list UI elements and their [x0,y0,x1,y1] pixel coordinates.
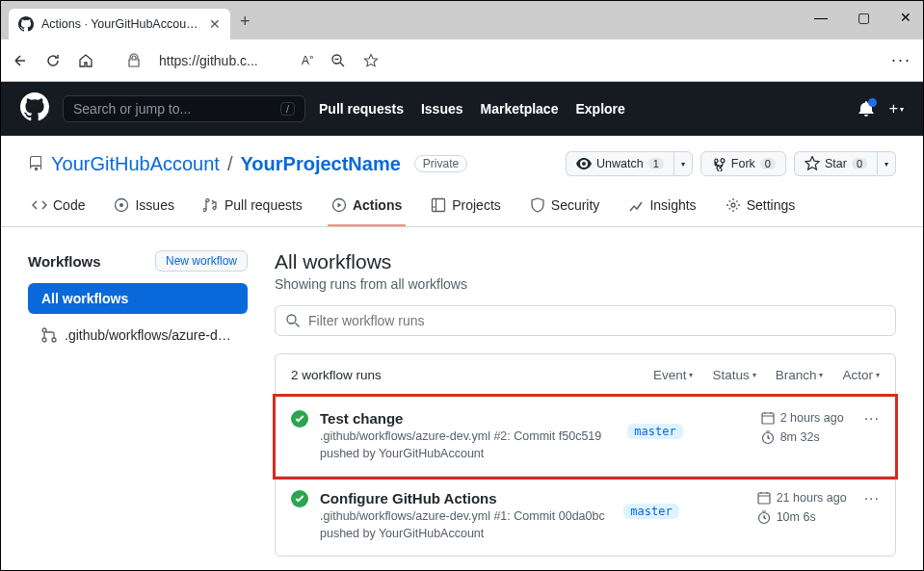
tab-projects[interactable]: Projects [427,190,505,226]
address-bar[interactable]: https://github.c... [159,53,284,68]
repo-icon [28,155,43,172]
svg-point-5 [731,203,735,207]
repo-name-link[interactable]: YourProjectName [240,153,400,175]
github-header: Search or jump to... / Pull requests Iss… [1,82,923,136]
browser-tab[interactable]: Actions · YourGitHubAccount/Yo ✕ [9,9,230,39]
calendar-icon [756,490,772,506]
tab-issues[interactable]: Issues [110,190,177,226]
minimize-button[interactable]: — [812,10,830,25]
unwatch-caret[interactable]: ▾ [673,151,693,176]
star-count: 0 [852,158,867,169]
search-icon [285,313,301,328]
nav-issues[interactable]: Issues [421,101,463,117]
main-content: All workflows Showing runs from all work… [275,250,896,557]
fork-button[interactable]: Fork 0 [700,151,786,176]
svg-point-6 [42,328,46,332]
filter-actor[interactable]: Actor ▾ [842,368,880,382]
filter-event[interactable]: Event ▾ [653,368,694,382]
tab-security[interactable]: Security [526,190,604,226]
refresh-button[interactable] [45,52,61,69]
page-subtitle: Showing runs from all workflows [275,276,896,292]
nav-pulls[interactable]: Pull requests [319,101,404,117]
github-icon [18,16,34,32]
tab-actions[interactable]: Actions [328,190,406,226]
tab-strip: Actions · YourGitHubAccount/Yo ✕ + — ▢ ✕ [1,1,923,39]
reader-icon[interactable]: A» [302,53,313,67]
svg-rect-12 [758,493,770,504]
window-controls: — ▢ ✕ [812,10,914,25]
nav-marketplace[interactable]: Marketplace [481,101,559,117]
home-button[interactable] [78,52,93,69]
page-title: All workflows [275,250,896,273]
repo-sep: / [227,153,233,175]
workflow-icon [41,327,57,343]
run-subtitle: .github/workflows/azure-dev.yml #2: Comm… [320,428,616,462]
tab-settings[interactable]: Settings [722,190,800,226]
lock-icon [126,52,142,69]
svg-point-7 [42,338,46,342]
browser-menu-button[interactable]: ··· [891,50,911,70]
maximize-button[interactable]: ▢ [855,10,872,25]
svg-rect-4 [433,199,445,212]
sidebar: Workflows New workflow All workflows .gi… [28,250,248,557]
filter-input[interactable] [275,305,896,336]
success-icon [291,410,308,428]
sidebar-item-workflow-file[interactable]: .github/workflows/azure-dev.... [28,320,248,350]
zoom-icon[interactable] [330,52,346,69]
fork-label: Fork [731,157,755,170]
star-button[interactable]: Star 0 [794,151,877,176]
repo-owner-link[interactable]: YourGitHubAccount [51,153,220,175]
close-window-button[interactable]: ✕ [897,10,914,25]
sidebar-heading: Workflows [28,253,101,270]
repo-header: YourGitHubAccount / YourProjectName Priv… [1,136,923,227]
calendar-icon [760,410,776,426]
unwatch-label: Unwatch [596,157,644,170]
slash-key-hint: / [280,102,295,116]
filter-branch[interactable]: Branch ▾ [776,368,824,382]
notification-dot-icon [868,98,877,107]
run-meta: 2 hours ago 8m 32s [760,410,847,445]
stopwatch-icon [756,509,772,525]
new-workflow-button[interactable]: New workflow [155,250,248,272]
run-meta: 21 hours ago 10m 6s [756,490,847,525]
browser-chrome: Actions · YourGitHubAccount/Yo ✕ + — ▢ ✕… [1,1,923,82]
branch-badge[interactable]: master [623,504,678,519]
filter-field[interactable] [308,313,885,328]
run-subtitle: .github/workflows/azure-dev.yml #1: Comm… [320,508,612,542]
branch-badge[interactable]: master [627,424,682,439]
tab-title: Actions · YourGitHubAccount/Yo [41,17,201,31]
nav-explore[interactable]: Explore [575,101,624,117]
success-icon [291,490,308,507]
filter-status[interactable]: Status ▾ [712,368,755,382]
runs-count: 2 workflow runs [291,368,634,382]
global-nav: Pull requests Issues Marketplace Explore [319,101,845,117]
tab-insights[interactable]: Insights [624,190,700,226]
run-title: Test change [320,410,616,427]
new-tab-button[interactable]: + [230,12,260,32]
run-row[interactable]: Configure GitHub Actions .github/workflo… [276,477,895,556]
svg-point-8 [52,338,56,342]
run-menu-button[interactable]: ··· [864,410,880,428]
fork-count: 0 [760,158,776,169]
sidebar-item-all-workflows[interactable]: All workflows [28,283,248,314]
run-row[interactable]: Test change .github/workflows/azure-dev.… [276,397,895,477]
svg-point-9 [287,315,296,324]
new-dropdown[interactable]: +▾ [889,100,904,117]
unwatch-button[interactable]: Unwatch 1 [566,151,673,176]
run-title: Configure GitHub Actions [320,490,612,506]
svg-point-2 [119,203,123,207]
tab-close-icon[interactable]: ✕ [209,16,221,32]
run-menu-button[interactable]: ··· [864,490,880,507]
favorite-icon[interactable] [363,52,379,69]
search-placeholder-text: Search or jump to... [73,101,280,117]
back-button[interactable] [13,52,28,69]
unwatch-count: 1 [648,158,664,169]
visibility-badge: Private [414,155,467,172]
stopwatch-icon [760,429,776,445]
notifications-icon[interactable] [858,100,874,117]
tab-code[interactable]: Code [28,190,89,226]
star-caret[interactable]: ▾ [877,151,896,176]
search-input[interactable]: Search or jump to... / [63,95,305,122]
github-logo-icon[interactable] [20,92,49,125]
tab-pulls[interactable]: Pull requests [199,190,306,226]
